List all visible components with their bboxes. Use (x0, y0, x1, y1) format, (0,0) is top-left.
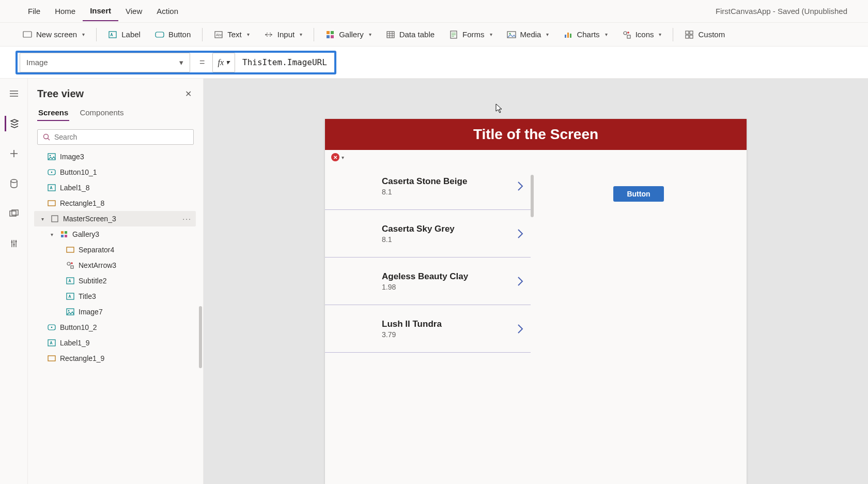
fx-icon: fx (218, 58, 224, 67)
svg-rect-36 (48, 201, 55, 206)
gallery-control[interactable]: ✕ ▾ Caserta Stone Beige8.1Caserta Sky Gr… (325, 150, 531, 353)
menu-view[interactable]: View (118, 2, 149, 21)
custom-button[interactable]: Custom (677, 27, 732, 42)
text-button[interactable]: Abc Text ▾ (207, 27, 257, 42)
gallery-item[interactable]: Caserta Sky Grey8.1 (325, 210, 531, 258)
svg-point-48 (68, 310, 70, 312)
charts-button[interactable]: Charts ▾ (556, 27, 614, 42)
design-canvas[interactable]: Title of the Screen ✕ ▾ Caserta Stone Be… (325, 119, 747, 484)
button-ribbon-label: Button (168, 30, 191, 39)
gallery-item[interactable]: Lush II Tundra3.79 (325, 305, 531, 353)
svg-point-24 (11, 179, 17, 183)
new-screen-label: New screen (36, 30, 77, 39)
tree-item-rectangle1-9[interactable]: Rectangle1_9 (34, 351, 196, 366)
tree-item-button10-1[interactable]: Button10_1 (34, 164, 196, 180)
gallery-item-subtitle: 1.98 (382, 283, 468, 291)
tree-item-separator4[interactable]: Separator4 (34, 242, 196, 258)
chevron-down-icon: ▾ (490, 32, 492, 37)
gallery-error-indicator[interactable]: ✕ ▾ (325, 150, 531, 161)
tree-item-rectangle1-8[interactable]: Rectangle1_8 (34, 195, 196, 211)
forms-icon (449, 30, 458, 39)
data-table-button-label: Data table (399, 30, 435, 39)
next-arrow-icon[interactable] (517, 276, 523, 286)
hamburger-icon[interactable] (5, 86, 23, 101)
chevron-down-icon: ▾ (38, 215, 47, 223)
svg-point-6 (270, 34, 272, 35)
add-rail-icon[interactable] (5, 146, 23, 161)
icons-button[interactable]: Icons ▾ (615, 27, 669, 42)
tab-screens[interactable]: Screens (37, 105, 69, 121)
gallery-button-label: Gallery (339, 30, 364, 39)
scrollbar-thumb[interactable] (199, 306, 202, 368)
gallery-button[interactable]: Gallery ▾ (318, 27, 379, 42)
formula-input-rest[interactable] (336, 53, 853, 72)
error-badge-icon: ✕ (331, 153, 339, 161)
menu-insert[interactable]: Insert (83, 1, 118, 21)
gallery-item[interactable]: Caserta Stone Beige8.1 (325, 162, 531, 210)
canvas-area: Title of the Screen ✕ ▾ Caserta Stone Be… (204, 79, 868, 484)
tree-item-gallery3[interactable]: ▾Gallery3 (34, 226, 196, 242)
chevron-down-icon: ▾ (300, 32, 302, 37)
menu-action[interactable]: Action (149, 2, 185, 21)
advanced-rail-icon[interactable] (5, 236, 23, 251)
svg-rect-0 (23, 32, 32, 37)
chevron-down-icon: ▾ (605, 32, 608, 37)
formula-input[interactable]: ThisItem.ImageURL (235, 53, 334, 72)
svg-point-28 (13, 244, 14, 246)
menubar: File Home Insert View Action FirstCanvas… (0, 0, 868, 23)
button-ribbon-button[interactable]: Button (148, 27, 198, 42)
tree-search[interactable] (37, 129, 194, 145)
tab-components[interactable]: Components (79, 105, 125, 121)
tree-item-label1-8[interactable]: Label1_8 (34, 180, 196, 195)
next-arrow-icon[interactable] (517, 229, 523, 239)
tree-item-label: Button10_1 (60, 168, 97, 176)
ribbon-separator (96, 28, 97, 41)
tree-item-image3[interactable]: Image3 (34, 149, 196, 164)
svg-point-18 (624, 32, 627, 35)
tree-item-title3[interactable]: Title3 (34, 289, 196, 304)
data-rail-icon[interactable] (5, 176, 23, 191)
menu-home[interactable]: Home (48, 2, 83, 21)
menu-file[interactable]: File (21, 2, 48, 21)
next-arrow-icon[interactable] (517, 324, 523, 334)
tree-item-button10-2[interactable]: Button10_2 (34, 320, 196, 335)
mouse-cursor-icon (495, 103, 503, 114)
svg-rect-19 (627, 35, 630, 38)
svg-rect-44 (71, 266, 73, 268)
tree-item-masterscreen-3[interactable]: ▾MasterScreen_3··· (34, 211, 196, 226)
search-icon (43, 133, 50, 141)
svg-rect-11 (387, 32, 394, 38)
chevron-down-icon: ▾ (179, 58, 183, 67)
tree-item-subtitle2[interactable]: Subtitle2 (34, 273, 196, 289)
forms-button[interactable]: Forms ▾ (442, 27, 500, 42)
tree-view-rail-icon[interactable] (5, 116, 23, 131)
tree-item-image7[interactable]: Image7 (34, 304, 196, 320)
gallery-item[interactable]: Ageless Beauty Clay1.98 (325, 258, 531, 305)
more-icon[interactable]: ··· (182, 215, 192, 223)
tree-item-label1-9[interactable]: Label1_9 (34, 335, 196, 351)
tree-search-input[interactable] (54, 133, 188, 141)
svg-point-32 (50, 155, 51, 157)
fx-button[interactable]: fx ▾ (212, 53, 236, 72)
label-button[interactable]: Label (101, 27, 148, 42)
scrollbar-thumb[interactable] (531, 175, 534, 217)
svg-point-43 (67, 262, 70, 265)
next-arrow-icon[interactable] (517, 181, 523, 191)
svg-point-50 (51, 327, 53, 328)
data-table-button[interactable]: Data table (379, 27, 442, 42)
label-icon (66, 277, 74, 285)
media-rail-icon[interactable] (5, 206, 23, 221)
tree-view-tabs: Screens Components (34, 105, 197, 124)
close-icon[interactable]: ✕ (183, 87, 194, 101)
image-icon (48, 153, 56, 161)
label-icon (48, 184, 56, 192)
screen-title-bar[interactable]: Title of the Screen (325, 119, 747, 150)
input-button[interactable]: Input ▾ (257, 27, 309, 42)
property-selector[interactable]: Image ▾ (20, 53, 190, 72)
media-button-label: Media (520, 30, 541, 39)
tree-item-nextarrow3[interactable]: NextArrow3 (34, 258, 196, 273)
tree-item-label: Subtitle2 (79, 277, 106, 285)
canvas-button-control[interactable]: Button (613, 186, 663, 202)
media-button[interactable]: Media ▾ (500, 27, 556, 42)
new-screen-button[interactable]: New screen ▾ (16, 27, 92, 42)
